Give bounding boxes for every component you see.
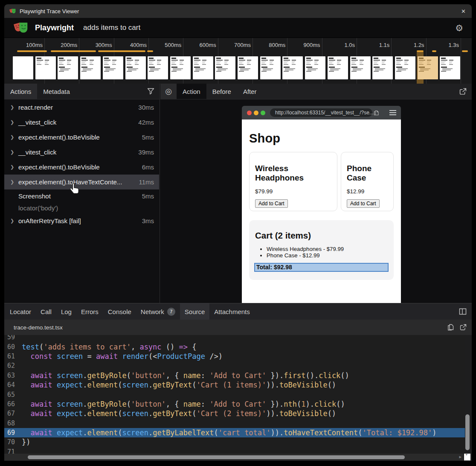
horizontal-scrollbar-thumb[interactable] [28, 455, 405, 459]
timeline-thumbnail[interactable] [148, 56, 168, 79]
vertical-scrollbar-thumb[interactable] [465, 414, 470, 450]
timeline-thumbnail[interactable] [170, 56, 191, 79]
scroll-down-icon[interactable]: ▾ [465, 451, 468, 457]
action-row[interactable]: ❯__vitest_click42ms [4, 115, 159, 130]
timeline-tick-label: 1.2s [388, 42, 424, 48]
tab-log[interactable]: Log [56, 303, 76, 320]
timeline-thumbnail[interactable] [395, 56, 415, 79]
line-number: 63 [4, 372, 15, 379]
pick-locator-icon[interactable]: ◎ [160, 84, 177, 99]
timeline-thumbnail[interactable] [103, 56, 123, 79]
copy-source-icon[interactable] [447, 324, 454, 331]
open-source-external-icon[interactable] [460, 324, 467, 331]
tab-locator[interactable]: Locator [5, 303, 36, 320]
add-to-cart-button[interactable]: Add to Cart [255, 199, 288, 208]
timeline-thumbnail[interactable] [305, 56, 325, 79]
timeline-thumbnail[interactable] [125, 56, 146, 79]
chevron-right-icon[interactable]: ❯ [10, 105, 18, 110]
timeline-thumbnail[interactable] [215, 56, 235, 79]
timeline-thumbnail[interactable] [13, 56, 33, 79]
timeline-tick-label: 400ms [110, 42, 147, 48]
timeline-thumbnail[interactable] [80, 56, 101, 79]
code-line: 67 await expect.element(screen.getByText… [4, 409, 465, 418]
timeline-action-bar [462, 50, 468, 52]
action-row[interactable]: ❯expect.element().toBeVisible5ms [4, 130, 159, 145]
tab-before[interactable]: Before [206, 84, 237, 99]
action-row[interactable]: ❯__vitest_click39ms [4, 145, 159, 160]
tab-metadata[interactable]: Metadata [37, 84, 76, 99]
timeline[interactable]: 100ms200ms300ms400ms500ms600ms700ms800ms… [4, 38, 472, 84]
code-text: await screen.getByRole('button', { name:… [22, 400, 345, 408]
chevron-right-icon[interactable]: ❯ [10, 164, 18, 170]
timeline-action-bar [147, 50, 153, 52]
open-snapshot-external-icon[interactable] [459, 84, 467, 99]
timeline-thumbnail[interactable] [418, 56, 438, 79]
chevron-right-icon[interactable]: ❯ [10, 134, 18, 140]
chevron-right-icon[interactable]: ❯ [10, 179, 18, 185]
source-code-view[interactable]: 5960test('adds items to cart', async () … [4, 335, 465, 454]
tab-actions[interactable]: Actions [4, 84, 37, 99]
timeline-thumbnail[interactable] [282, 56, 303, 79]
tab-source[interactable]: Source [180, 303, 210, 320]
code-line: 60test('adds items to cart', async () =>… [4, 342, 465, 351]
tab-action[interactable]: Action [177, 84, 206, 99]
timeline-tick-label: 100ms [6, 42, 43, 48]
address-bar[interactable]: http://localhost:63315/__vitest_test__/?… [270, 108, 372, 117]
chevron-right-icon[interactable]: ❯ [10, 119, 18, 125]
tab-attachments[interactable]: Attachments [209, 303, 254, 320]
action-row[interactable]: ❯onAfterRetryTask [fail]3ms [4, 213, 159, 228]
split-view-icon[interactable] [459, 303, 467, 320]
tab-after[interactable]: After [237, 84, 263, 99]
traffic-light-red-icon [247, 111, 252, 115]
timeline-thumbnail[interactable] [350, 56, 371, 79]
code-text: }) [22, 438, 30, 446]
timeline-thumbnail[interactable] [193, 56, 213, 79]
product-name: Phone Case [347, 164, 388, 182]
action-row[interactable]: ❯expect.element().toBeVisible6ms [4, 160, 159, 175]
tab-call[interactable]: Call [36, 303, 56, 320]
line-number: 65 [4, 391, 15, 399]
add-to-cart-button[interactable]: Add to Cart [347, 199, 380, 208]
chevron-right-icon[interactable]: ❯ [10, 218, 18, 224]
timeline-thumbnail[interactable] [260, 56, 281, 79]
timeline-thumbnail[interactable] [372, 56, 393, 79]
tab-errors[interactable]: Errors [76, 303, 103, 320]
chevron-right-icon[interactable]: ❯ [10, 149, 18, 155]
timeline-action-bar [432, 50, 436, 52]
timeline-tick-label: 200ms [41, 42, 77, 48]
scroll-right-icon[interactable]: ▸ [459, 454, 461, 460]
browser-menu-icon[interactable] [389, 110, 396, 115]
timeline-thumbnail[interactable] [238, 56, 258, 79]
vertical-scrollbar[interactable]: ▾ [465, 335, 470, 456]
line-number: 62 [4, 362, 15, 370]
tab-network[interactable]: Network7 [136, 303, 180, 320]
action-row[interactable]: ❯expect.element().toHaveTextConte...11ms [4, 175, 159, 189]
source-file-bar: trace-demo.test.tsx [4, 320, 472, 335]
line-number: 69 [4, 429, 15, 437]
cart-section: Cart (2 items) Wireless Headphones - $79… [249, 220, 394, 280]
timeline-tick-label: 600ms [180, 42, 216, 48]
code-text: await expect.element(screen.getByText('C… [22, 409, 336, 418]
cart-item: Phone Case - $12.99 [267, 253, 389, 259]
action-row[interactable]: Screenshot5ms [4, 189, 159, 202]
horizontal-scrollbar[interactable]: ▸ [4, 454, 463, 460]
tab-console[interactable]: Console [103, 303, 136, 320]
filter-icon[interactable] [147, 84, 154, 99]
gear-icon[interactable]: ⚙ [455, 23, 463, 32]
close-icon[interactable]: ✕ [461, 8, 466, 15]
code-line: 70}) [4, 437, 465, 447]
timeline-thumbnail[interactable] [328, 56, 348, 79]
code-text: await expect.element(screen.getByLabelTe… [22, 428, 437, 437]
source-file-name: trace-demo.test.tsx [14, 324, 63, 331]
action-title: __vitest_click [18, 119, 56, 126]
copy-url-icon[interactable] [374, 110, 379, 116]
product-price: $79.99 [255, 188, 331, 195]
action-row[interactable]: ❯react.render30ms [4, 100, 159, 115]
timeline-thumbnail[interactable] [440, 56, 460, 79]
timeline-tick-label: 500ms [145, 42, 181, 48]
timeline-thumbnail[interactable] [58, 56, 78, 79]
action-duration: 5ms [142, 192, 159, 200]
timeline-action-bar [17, 50, 47, 52]
mouse-cursor-icon [69, 183, 79, 195]
timeline-thumbnail[interactable] [35, 56, 56, 79]
